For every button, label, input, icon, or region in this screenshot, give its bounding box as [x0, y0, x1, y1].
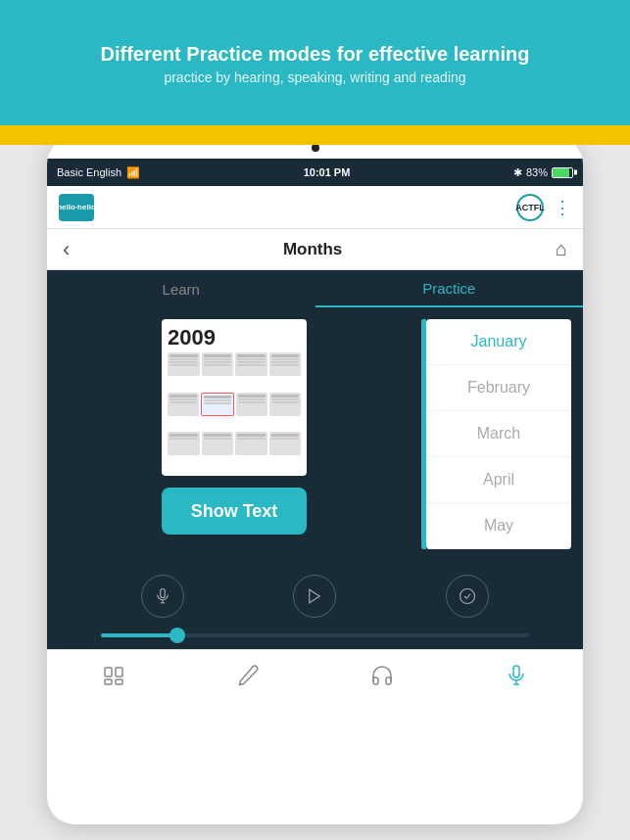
nav-bar: ‹ Months ⌂	[47, 229, 583, 270]
tab-speak[interactable]	[449, 664, 583, 687]
top-banner: Different Practice modes for effective l…	[0, 0, 630, 127]
svg-point-4	[460, 589, 475, 604]
bluetooth-icon: ✱	[513, 166, 522, 179]
menu-icon[interactable]: ⋮	[554, 197, 571, 218]
header-right: ACTFL ⋮	[516, 194, 571, 221]
month-item-april[interactable]: April	[426, 457, 571, 503]
svg-rect-9	[513, 666, 519, 677]
month-list-wrapper: January February March April May	[421, 319, 571, 549]
svg-rect-7	[105, 679, 112, 684]
status-time: 10:01 PM	[304, 166, 351, 178]
svg-rect-8	[116, 679, 122, 684]
check-button[interactable]	[446, 575, 489, 618]
play-button[interactable]	[293, 575, 336, 618]
show-text-button[interactable]: Show Text	[162, 488, 307, 535]
tab-learn[interactable]: Learn	[47, 270, 315, 307]
month-item-february[interactable]: February	[426, 365, 571, 411]
battery-icon	[552, 167, 573, 178]
camera-dot	[312, 144, 319, 152]
bottom-controls	[47, 561, 583, 649]
status-bar: Basic English 📶 10:01 PM ✱ 83%	[47, 159, 583, 186]
banner-title: Different Practice modes for effective l…	[101, 43, 530, 66]
logo: hello·hello	[59, 194, 94, 221]
svg-rect-6	[116, 668, 122, 677]
wifi-icon: 📶	[126, 166, 140, 179]
banner-subtitle: practice by hearing, speaking, writing a…	[164, 70, 465, 85]
calendar-image: 2009	[162, 319, 307, 476]
svg-rect-5	[105, 668, 112, 677]
progress-bar[interactable]	[101, 633, 530, 637]
tab-vocab[interactable]	[47, 664, 181, 687]
tab-practice[interactable]: Practice	[315, 270, 584, 307]
tab-listen[interactable]	[315, 664, 450, 687]
calendar-year: 2009	[168, 325, 301, 350]
bottom-tab-bar	[47, 649, 583, 700]
device-frame: Basic English 📶 10:01 PM ✱ 83% hello·hel…	[47, 137, 583, 824]
tab-write[interactable]	[181, 664, 315, 687]
main-content: Learn Practice 2009	[47, 270, 583, 649]
actfl-label: ACTFL	[515, 203, 545, 212]
tab-bar: Learn Practice	[47, 270, 583, 307]
back-button[interactable]: ‹	[63, 237, 70, 262]
svg-marker-3	[310, 589, 320, 603]
month-list: January February March April May	[426, 319, 571, 549]
app-header: hello·hello ACTFL ⋮	[47, 186, 583, 229]
microphone-button[interactable]	[141, 575, 184, 618]
svg-rect-0	[161, 589, 166, 598]
month-item-may[interactable]: May	[426, 503, 571, 549]
page-title: Months	[283, 240, 342, 259]
month-item-march[interactable]: March	[426, 411, 571, 457]
left-panel: 2009	[59, 319, 410, 549]
carrier-label: Basic English	[57, 166, 121, 178]
status-right: ✱ 83%	[513, 166, 573, 179]
logo-icon: hello·hello	[59, 194, 94, 221]
actfl-badge: ACTFL	[516, 194, 544, 221]
content-area: 2009	[47, 307, 583, 561]
progress-fill	[101, 633, 178, 637]
progress-thumb	[170, 628, 185, 643]
month-item-january[interactable]: January	[426, 319, 571, 365]
control-buttons	[47, 575, 583, 618]
battery-percent: 83%	[526, 166, 548, 178]
home-button[interactable]: ⌂	[556, 238, 567, 260]
status-left: Basic English 📶	[57, 166, 140, 179]
